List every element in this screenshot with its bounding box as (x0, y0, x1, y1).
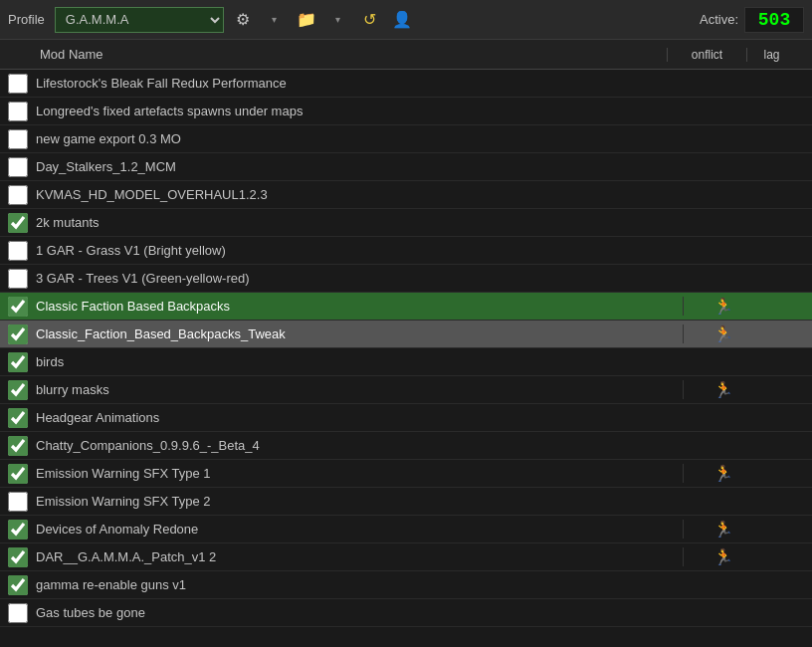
person-icon: 🏃 (713, 464, 733, 483)
mod-name-label: Chatty_Companions_0.9.9.6_-_Beta_4 (36, 438, 683, 453)
mod-checkbox[interactable] (8, 492, 28, 512)
mod-name-label: Lifestorock's Bleak Fall Redux Performan… (36, 76, 683, 91)
active-count: 503 (744, 7, 804, 33)
person-icon: 🏃 (713, 297, 733, 316)
mod-name-label: Gas tubes be gone (36, 605, 683, 620)
mod-name-label: 1 GAR - Grass V1 (Bright yellow) (36, 243, 683, 258)
mod-row[interactable]: Day_Stalkers_1.2_MCM (0, 153, 812, 181)
tools-icon[interactable]: ⚙ (230, 7, 256, 33)
mod-checkbox[interactable] (8, 436, 28, 456)
mod-name-label: Emission Warning SFX Type 1 (36, 466, 683, 481)
mod-name-label: KVMAS_HD_MODEL_OVERHAUL1.2.3 (36, 187, 683, 202)
mod-checkbox[interactable] (8, 603, 28, 623)
mod-row[interactable]: Emission Warning SFX Type 2 (0, 488, 812, 516)
mod-row[interactable]: Longreed's fixed artefacts spawns under … (0, 98, 812, 125)
profile-select[interactable]: G.A.M.M.A (55, 7, 224, 33)
mod-checkbox[interactable] (8, 269, 28, 289)
person-icon: 🏃 (713, 380, 733, 399)
mod-checkbox[interactable] (8, 74, 28, 94)
mod-conflict-icon-cell: 🏃 (683, 297, 762, 316)
person-icon: 🏃 (713, 324, 733, 343)
mod-checkbox[interactable] (8, 575, 28, 595)
column-headers: Mod Name onflict lag (0, 40, 812, 70)
mod-name-label: Headgear Animations (36, 410, 683, 425)
mod-name-label: Emission Warning SFX Type 2 (36, 494, 683, 509)
mod-row[interactable]: 3 GAR - Trees V1 (Green-yellow-red) (0, 265, 812, 293)
mod-name-label: Classic_Faction_Based_Backpacks_Tweak (36, 326, 683, 341)
mod-checkbox[interactable] (8, 241, 28, 261)
profile-icon[interactable]: 👤 (389, 7, 415, 33)
mod-row[interactable]: Classic_Faction_Based_Backpacks_Tweak🏃 (0, 321, 812, 348)
mod-checkbox[interactable] (8, 324, 28, 344)
profile-label: Profile (8, 12, 45, 27)
mod-checkbox[interactable] (8, 213, 28, 233)
mod-name-label: Classic Faction Based Backpacks (36, 299, 683, 314)
col-flag[interactable]: lag (746, 48, 796, 62)
mod-row[interactable]: new game export 0.3 MO (0, 125, 812, 153)
mod-row[interactable]: DAR__G.A.M.M.A._Patch_v1 2🏃 (0, 543, 812, 571)
mod-name-label: Devices of Anomaly Redone (36, 522, 683, 537)
person-icon: 🏃 (713, 520, 733, 539)
mod-row[interactable]: KVMAS_HD_MODEL_OVERHAUL1.2.3 (0, 181, 812, 209)
mod-checkbox[interactable] (8, 547, 28, 567)
mod-conflict-icon-cell: 🏃 (683, 547, 762, 566)
mod-conflict-icon-cell: 🏃 (683, 380, 762, 399)
person-icon: 🏃 (713, 547, 733, 566)
mod-checkbox[interactable] (8, 185, 28, 205)
folder-icon[interactable]: 📁 (294, 7, 319, 33)
tools-chevron-icon[interactable]: ▾ (262, 7, 288, 33)
mod-row[interactable]: blurry masks🏃 (0, 376, 812, 404)
mod-row[interactable]: Lifestorock's Bleak Fall Redux Performan… (0, 70, 812, 98)
mod-row[interactable]: Emission Warning SFX Type 1🏃 (0, 460, 812, 488)
mod-name-label: 2k mutants (36, 215, 683, 230)
mod-name-label: birds (36, 354, 683, 369)
mod-checkbox[interactable] (8, 352, 28, 372)
mod-list[interactable]: Lifestorock's Bleak Fall Redux Performan… (0, 70, 812, 647)
mod-row[interactable]: Gas tubes be gone (0, 599, 812, 627)
mod-row[interactable]: birds (0, 348, 812, 376)
mod-row[interactable]: gamma re-enable guns v1 (0, 571, 812, 599)
mod-name-label: Longreed's fixed artefacts spawns under … (36, 104, 683, 118)
mod-checkbox[interactable] (8, 380, 28, 400)
mod-row[interactable]: Chatty_Companions_0.9.9.6_-_Beta_4 (0, 432, 812, 460)
mod-row[interactable]: 1 GAR - Grass V1 (Bright yellow) (0, 237, 812, 265)
mod-row[interactable]: Headgear Animations (0, 404, 812, 432)
toolbar: Profile G.A.M.M.A ⚙ ▾ 📁 ▾ ↺ 👤 Active: 50… (0, 0, 812, 40)
mod-name-label: blurry masks (36, 382, 683, 397)
undo-icon[interactable]: ↺ (357, 7, 383, 33)
mod-checkbox[interactable] (8, 464, 28, 484)
mod-name-label: Day_Stalkers_1.2_MCM (36, 159, 683, 174)
mod-checkbox[interactable] (8, 408, 28, 428)
mod-checkbox[interactable] (8, 297, 28, 317)
mod-checkbox[interactable] (8, 157, 28, 177)
mod-conflict-icon-cell: 🏃 (683, 464, 762, 483)
col-mod-name[interactable]: Mod Name (0, 47, 667, 62)
mod-conflict-icon-cell: 🏃 (683, 324, 762, 343)
mod-checkbox[interactable] (8, 102, 28, 121)
mod-row[interactable]: Classic Faction Based Backpacks🏃 (0, 293, 812, 321)
folder-chevron-icon[interactable]: ▾ (325, 7, 351, 33)
mod-checkbox[interactable] (8, 520, 28, 539)
mod-name-label: gamma re-enable guns v1 (36, 577, 683, 592)
mod-checkbox[interactable] (8, 129, 28, 149)
active-label: Active: (700, 12, 738, 27)
mod-name-label: 3 GAR - Trees V1 (Green-yellow-red) (36, 271, 683, 286)
mod-name-label: DAR__G.A.M.M.A._Patch_v1 2 (36, 549, 683, 564)
mod-name-label: new game export 0.3 MO (36, 131, 683, 146)
mod-row[interactable]: Devices of Anomaly Redone🏃 (0, 516, 812, 543)
mod-row[interactable]: 2k mutants (0, 209, 812, 237)
col-conflict[interactable]: onflict (667, 48, 746, 62)
mod-conflict-icon-cell: 🏃 (683, 520, 762, 539)
